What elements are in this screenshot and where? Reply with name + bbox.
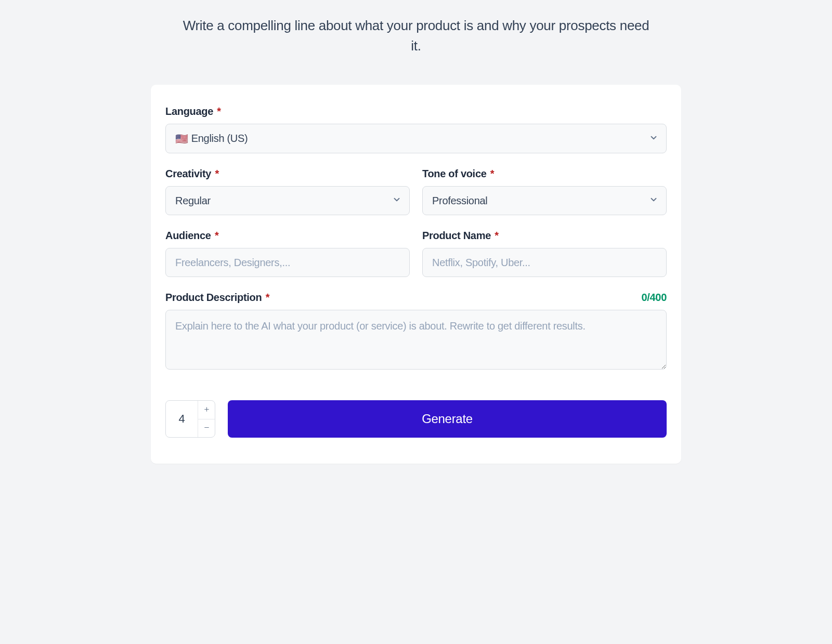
form-card: Language * 🇺🇸English (US) Creativity * R…: [151, 85, 681, 464]
creativity-label-text: Creativity: [165, 168, 211, 179]
language-select[interactable]: 🇺🇸English (US): [165, 124, 667, 153]
product-description-label-text: Product Description: [165, 292, 262, 303]
language-selected-value: English (US): [191, 133, 248, 144]
character-counter: 0/400: [641, 292, 667, 304]
required-star: *: [495, 230, 498, 241]
required-star: *: [217, 106, 220, 117]
action-row: 4 Generate: [165, 400, 667, 438]
audience-input[interactable]: [165, 248, 410, 277]
creativity-field-group: Creativity * Regular: [165, 168, 410, 215]
tone-field-group: Tone of voice * Professional: [422, 168, 667, 215]
tone-label: Tone of voice *: [422, 168, 667, 180]
tone-select[interactable]: Professional: [422, 186, 667, 215]
tone-label-text: Tone of voice: [422, 168, 487, 179]
tone-select-wrapper: Professional: [422, 186, 667, 215]
creativity-label: Creativity *: [165, 168, 410, 180]
quantity-stepper: 4: [165, 400, 215, 438]
product-name-label: Product Name *: [422, 230, 667, 242]
page-subtitle: Write a compelling line about what your …: [182, 16, 650, 56]
product-name-label-text: Product Name: [422, 230, 491, 241]
product-description-label: Product Description *: [165, 292, 269, 304]
language-label: Language *: [165, 106, 667, 117]
plus-icon: [203, 404, 210, 415]
product-description-input[interactable]: [165, 310, 667, 370]
product-name-field-group: Product Name *: [422, 230, 667, 277]
audience-label: Audience *: [165, 230, 410, 242]
required-star: *: [215, 168, 218, 179]
creativity-select[interactable]: Regular: [165, 186, 410, 215]
us-flag-icon: 🇺🇸: [175, 132, 188, 146]
generate-button[interactable]: Generate: [228, 400, 667, 438]
required-star: *: [490, 168, 494, 179]
language-select-wrapper: 🇺🇸English (US): [165, 124, 667, 153]
stepper-buttons: [198, 401, 215, 437]
description-header: Product Description * 0/400: [165, 292, 667, 304]
creativity-selected-value: Regular: [175, 195, 211, 206]
audience-field-group: Audience *: [165, 230, 410, 277]
minus-icon: [203, 423, 210, 433]
creativity-select-wrapper: Regular: [165, 186, 410, 215]
quantity-decrement-button[interactable]: [198, 419, 215, 438]
tone-selected-value: Professional: [432, 195, 487, 206]
language-field-group: Language * 🇺🇸English (US): [165, 106, 667, 153]
product-description-field-group: Product Description * 0/400: [165, 292, 667, 372]
quantity-increment-button[interactable]: [198, 401, 215, 419]
product-name-input[interactable]: [422, 248, 667, 277]
quantity-value: 4: [166, 401, 198, 437]
language-label-text: Language: [165, 106, 213, 117]
required-star: *: [215, 230, 218, 241]
required-star: *: [266, 292, 269, 303]
audience-label-text: Audience: [165, 230, 211, 241]
